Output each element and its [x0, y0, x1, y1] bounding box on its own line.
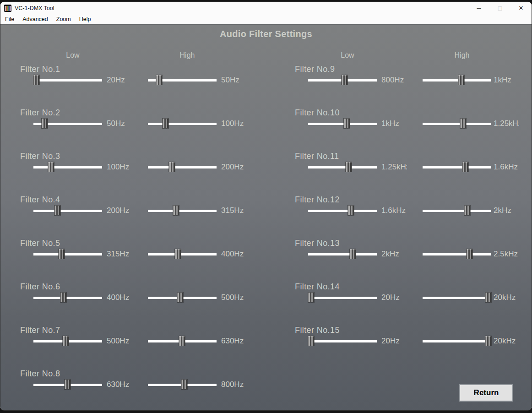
low-slider-track[interactable] [308, 166, 377, 168]
high-value-label: 500Hz [221, 293, 247, 303]
low-slider-thumb[interactable] [346, 162, 352, 172]
high-slider-thumb[interactable] [485, 336, 491, 346]
app-icon [4, 5, 11, 12]
low-slider-track[interactable] [308, 340, 377, 342]
high-slider-thumb[interactable] [173, 206, 179, 215]
low-value-label: 200Hz [107, 206, 132, 216]
filter-label: Filter No.1 [20, 65, 60, 74]
high-slider-thumb[interactable] [163, 119, 168, 128]
menubar: File Advanced Zoom Help [0, 14, 532, 24]
low-slider-thumb[interactable] [308, 293, 314, 302]
high-value-label: 50Hz [221, 75, 247, 85]
low-slider-track[interactable] [33, 210, 102, 212]
low-value-label: 800Hz [381, 75, 407, 85]
low-slider-track[interactable] [33, 166, 102, 168]
minimize-button[interactable]: ─ [468, 2, 489, 14]
high-slider-thumb[interactable] [462, 162, 468, 172]
high-value-label: 400Hz [221, 249, 247, 259]
filter-label: Filter No.14 [295, 282, 340, 292]
low-slider-track[interactable] [33, 253, 102, 255]
low-slider-track[interactable] [33, 297, 102, 299]
low-slider-thumb[interactable] [348, 206, 354, 215]
low-value-label: 20Hz [107, 75, 132, 85]
high-slider-track[interactable] [423, 210, 491, 212]
low-slider-thumb[interactable] [344, 119, 350, 128]
menu-item-advanced[interactable]: Advanced [18, 15, 52, 23]
low-slider-thumb[interactable] [54, 206, 60, 215]
app-window: VC-1-DMX Tool ─ □ ✕ File Advanced Zoom H… [0, 2, 532, 410]
high-slider-thumb[interactable] [175, 249, 181, 259]
low-value-label: 1.6kHz [381, 206, 407, 216]
menu-item-file[interactable]: File [1, 15, 18, 23]
close-button[interactable]: ✕ [510, 2, 532, 14]
high-value-label: 1.6kHz [494, 162, 519, 172]
filter-label: Filter No.15 [295, 326, 340, 335]
high-slider-track[interactable] [148, 123, 217, 125]
low-slider-track[interactable] [308, 123, 377, 125]
high-slider-thumb[interactable] [156, 75, 162, 85]
filter-label: Filter No.6 [20, 282, 60, 292]
high-value-label: 1.25kHz [494, 119, 519, 129]
high-value-label: 2.5kHz [494, 249, 519, 259]
maximize-button[interactable]: □ [489, 2, 510, 14]
column-header-low: Low [308, 51, 387, 60]
filter-label: Filter No.8 [20, 369, 60, 379]
low-slider-track[interactable] [33, 79, 102, 82]
high-value-label: 630Hz [221, 336, 247, 346]
low-slider-thumb[interactable] [59, 249, 65, 259]
window-controls: ─ □ ✕ [468, 2, 532, 14]
low-slider-thumb[interactable] [48, 162, 54, 172]
low-slider-thumb[interactable] [60, 293, 66, 302]
low-value-label: 20Hz [381, 293, 407, 303]
high-value-label: 1kHz [494, 75, 519, 85]
high-value-label: 200Hz [221, 162, 247, 172]
high-slider-track[interactable] [423, 123, 491, 125]
filter-label: Filter No.13 [295, 239, 340, 248]
low-slider-thumb[interactable] [33, 75, 39, 85]
return-button[interactable]: Return [459, 384, 513, 402]
high-slider-thumb[interactable] [464, 206, 470, 215]
high-slider-track[interactable] [148, 166, 217, 168]
high-slider-thumb[interactable] [181, 380, 187, 389]
high-slider-track[interactable] [423, 79, 491, 82]
high-slider-track[interactable] [423, 297, 491, 299]
low-value-label: 100Hz [107, 162, 132, 172]
low-slider-track[interactable] [308, 210, 377, 212]
filter-label: Filter No.10 [295, 108, 340, 118]
menu-item-help[interactable]: Help [75, 15, 95, 23]
high-slider-thumb[interactable] [485, 293, 491, 302]
high-slider-track[interactable] [423, 340, 491, 342]
high-slider-thumb[interactable] [458, 75, 464, 85]
low-slider-thumb[interactable] [42, 119, 48, 128]
high-slider-thumb[interactable] [177, 293, 183, 302]
low-slider-thumb[interactable] [342, 75, 347, 85]
high-value-label: 20kHz [494, 293, 519, 303]
low-slider-track[interactable] [308, 253, 377, 255]
filter-label: Filter No.5 [20, 239, 60, 248]
low-slider-thumb[interactable] [308, 336, 314, 346]
high-slider-thumb[interactable] [179, 336, 185, 346]
low-value-label: 315Hz [107, 249, 132, 259]
high-slider-track[interactable] [148, 210, 217, 212]
high-slider-thumb[interactable] [169, 162, 175, 172]
high-slider-track[interactable] [423, 253, 491, 255]
low-slider-thumb[interactable] [63, 336, 69, 346]
low-value-label: 1kHz [381, 119, 407, 129]
low-slider-track[interactable] [308, 297, 377, 299]
high-slider-thumb[interactable] [467, 249, 472, 259]
menu-item-zoom[interactable]: Zoom [52, 15, 75, 23]
window-title: VC-1-DMX Tool [15, 5, 54, 11]
high-slider-track[interactable] [423, 166, 491, 168]
audio-filter-settings-panel: Audio Filter Settings Return LowHighLowH… [0, 24, 532, 410]
low-value-label: 50Hz [107, 119, 132, 129]
high-slider-thumb[interactable] [460, 119, 466, 128]
filter-label: Filter No.9 [295, 65, 335, 74]
low-value-label: 500Hz [107, 336, 132, 346]
high-slider-track[interactable] [148, 253, 217, 255]
high-value-label: 800Hz [221, 380, 247, 390]
low-slider-thumb[interactable] [350, 249, 356, 259]
high-value-label: 100Hz [221, 119, 247, 129]
filter-label: Filter No.12 [295, 195, 340, 205]
filter-label: Filter No.3 [20, 152, 60, 161]
low-slider-thumb[interactable] [65, 380, 71, 389]
